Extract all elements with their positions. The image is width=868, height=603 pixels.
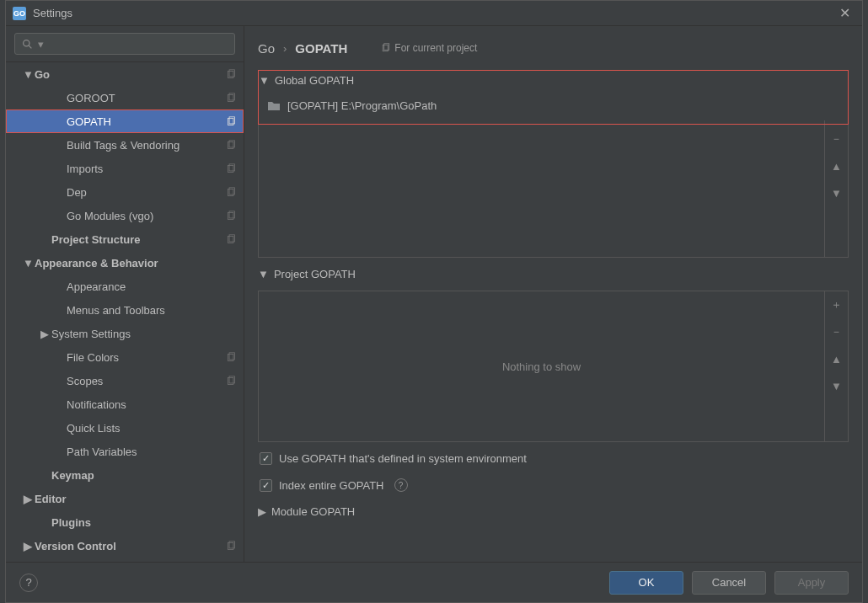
project-gopath-list[interactable]: Nothing to show ＋ － ▲ ▼ <box>258 291 849 442</box>
sidebar-item-label: GOPATH <box>67 115 226 128</box>
sidebar-item-imports[interactable]: Imports <box>6 157 244 180</box>
help-icon[interactable]: ? <box>394 478 408 492</box>
sidebar-item-label: Scopes <box>67 375 226 387</box>
sidebar-item-project-structure[interactable]: Project Structure <box>6 227 244 251</box>
apply-button[interactable]: Apply <box>774 571 849 595</box>
sidebar-item-path-variables[interactable]: Path Variables <box>6 440 244 463</box>
gopath-entry[interactable]: [GOPATH] E:\Program\GoPath <box>259 93 848 117</box>
copy-icon <box>226 140 237 151</box>
sidebar-item-goroot[interactable]: GOROOT <box>6 86 244 109</box>
chevron-right-icon: ▶ <box>258 505 266 518</box>
settings-window: GO Settings ✕ ▾ ▼GoGOROOTGOPATHBuild Tag… <box>5 0 863 603</box>
project-gopath-title: Project GOPATH <box>274 268 356 280</box>
module-gopath-header[interactable]: ▶ Module GOPATH <box>258 502 849 521</box>
app-icon: GO <box>13 7 26 20</box>
sidebar-item-appearance[interactable]: Appearance <box>6 275 244 298</box>
help-button[interactable]: ? <box>19 574 38 592</box>
index-entire-gopath-label: Index entire GOPATH <box>279 479 384 492</box>
use-system-gopath-label: Use GOPATH that's defined in system envi… <box>279 452 527 465</box>
sidebar-item-quick-lists[interactable]: Quick Lists <box>6 416 244 440</box>
sidebar-item-dep[interactable]: Dep <box>6 180 244 204</box>
copy-icon <box>226 211 237 221</box>
global-gopath-header[interactable]: ▼ Global GOPATH <box>259 71 848 90</box>
sidebar-item-label: Menus and Toolbars <box>67 304 237 317</box>
add-button[interactable]: ＋ <box>825 291 849 318</box>
sidebar-item-build-tags-vendoring[interactable]: Build Tags & Vendoring <box>6 133 244 157</box>
sidebar-item-notifications[interactable]: Notifications <box>6 392 244 416</box>
sidebar: ▾ ▼GoGOROOTGOPATHBuild Tags & VendoringI… <box>6 26 244 562</box>
cancel-button[interactable]: Cancel <box>692 571 766 595</box>
sidebar-item-label: Editor <box>35 493 237 505</box>
sidebar-item-gopath[interactable]: GOPATH <box>6 109 244 133</box>
move-up-button[interactable]: ▲ <box>825 345 849 372</box>
sidebar-item-label: Plugins <box>51 516 237 529</box>
footer: ? OK Cancel Apply <box>6 562 862 602</box>
copy-icon <box>226 352 237 363</box>
sidebar-item-editor[interactable]: ▶Editor <box>6 487 244 510</box>
copy-icon <box>226 541 237 552</box>
sidebar-item-go-modules-vgo-[interactable]: Go Modules (vgo) <box>6 204 244 227</box>
copy-icon <box>381 43 391 53</box>
index-entire-gopath-checkbox[interactable]: ✓ Index entire GOPATH ? <box>258 475 849 495</box>
sidebar-item-label: Go <box>35 68 226 81</box>
gopath-entry-label: [GOPATH] E:\Program\GoPath <box>287 99 437 112</box>
global-gopath-list[interactable]: [GOPATH] E:\Program\GoPath <box>259 90 848 120</box>
sidebar-item-label: Notifications <box>67 398 237 411</box>
chevron-down-icon: ▼ <box>23 257 33 269</box>
sidebar-item-label: Quick Lists <box>67 422 237 435</box>
breadcrumb-root[interactable]: Go <box>258 41 275 56</box>
copy-icon <box>226 116 237 127</box>
search-input[interactable]: ▾ <box>14 33 235 55</box>
sidebar-item-version-control[interactable]: ▶Version Control <box>6 534 244 558</box>
copy-icon <box>226 187 237 198</box>
move-down-button[interactable]: ▼ <box>825 179 849 206</box>
sidebar-item-label: Go Modules (vgo) <box>67 210 226 222</box>
folder-icon <box>267 99 281 111</box>
project-gopath-header[interactable]: ▼ Project GOPATH <box>258 264 849 284</box>
sidebar-item-label: System Settings <box>51 328 237 340</box>
settings-tree[interactable]: ▼GoGOROOTGOPATHBuild Tags & VendoringImp… <box>6 61 244 562</box>
module-gopath-title: Module GOPATH <box>271 505 355 518</box>
move-down-button[interactable]: ▼ <box>825 372 849 399</box>
checkbox-icon: ✓ <box>260 479 272 492</box>
content: ▼ Global GOPATH [GOPATH] E:\Program\GoPa… <box>244 60 862 562</box>
global-gopath-title: Global GOPATH <box>275 74 354 87</box>
sidebar-item-label: Project Structure <box>51 233 226 246</box>
sidebar-item-file-colors[interactable]: File Colors <box>6 345 244 369</box>
sidebar-item-label: Keymap <box>51 469 237 482</box>
svg-point-0 <box>24 40 29 45</box>
ok-button[interactable]: OK <box>609 571 683 595</box>
sidebar-item-label: Appearance <box>67 280 237 293</box>
sidebar-item-scopes[interactable]: Scopes <box>6 369 244 392</box>
copy-icon <box>226 234 237 245</box>
sidebar-item-system-settings[interactable]: ▶System Settings <box>6 322 244 345</box>
sidebar-item-label: Dep <box>67 186 226 199</box>
sidebar-item-go[interactable]: ▼Go <box>6 62 244 86</box>
search-icon <box>22 39 33 50</box>
for-current-project: For current project <box>381 42 477 54</box>
checkbox-icon: ✓ <box>260 452 272 465</box>
sidebar-item-label: Version Control <box>35 540 226 552</box>
close-icon[interactable]: ✕ <box>834 5 855 21</box>
global-gopath-frame: ▼ Global GOPATH [GOPATH] E:\Program\GoPa… <box>258 70 849 125</box>
main-panel: Go › GOPATH For current project ▼ Global… <box>244 26 862 562</box>
search-dropdown-icon[interactable]: ▾ <box>38 38 44 51</box>
titlebar: GO Settings ✕ <box>6 1 862 26</box>
chevron-right-icon: ▶ <box>23 493 33 505</box>
move-up-button[interactable]: ▲ <box>825 152 849 179</box>
sidebar-item-keymap[interactable]: Keymap <box>6 463 244 487</box>
use-system-gopath-checkbox[interactable]: ✓ Use GOPATH that's defined in system en… <box>258 449 849 468</box>
remove-button[interactable]: － <box>825 318 849 345</box>
copy-icon <box>226 376 237 387</box>
breadcrumb-current: GOPATH <box>295 41 347 56</box>
copy-icon <box>226 69 237 80</box>
sidebar-item-appearance-behavior[interactable]: ▼Appearance & Behavior <box>6 251 244 275</box>
chevron-down-icon: ▼ <box>259 74 270 87</box>
chevron-down-icon: ▼ <box>258 268 269 280</box>
sidebar-item-label: Path Variables <box>67 446 237 458</box>
sidebar-item-label: Imports <box>67 163 226 175</box>
chevron-right-icon: ▶ <box>23 540 33 552</box>
sidebar-item-menus-and-toolbars[interactable]: Menus and Toolbars <box>6 298 244 322</box>
sidebar-item-plugins[interactable]: Plugins <box>6 510 244 534</box>
remove-button[interactable]: － <box>825 125 849 152</box>
